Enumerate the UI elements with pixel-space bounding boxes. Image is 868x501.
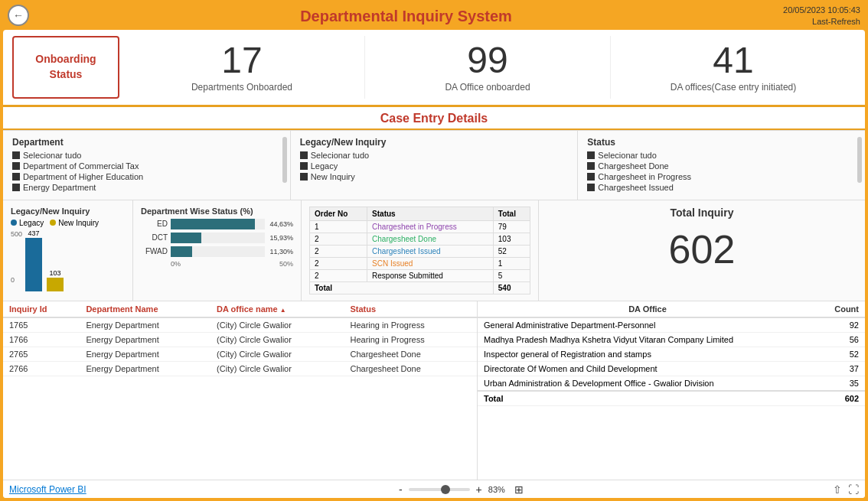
dept-bar-dct-pct: 15,93% xyxy=(269,234,293,242)
da-total-label: Total xyxy=(478,391,817,406)
status-row-order-2: 2 xyxy=(310,245,367,257)
legacy-chart-legend: Legacy New Inquiry xyxy=(11,219,125,227)
powerbi-link[interactable]: Microsoft Power BI xyxy=(9,484,86,495)
dept-checkbox-1[interactable] xyxy=(12,162,20,170)
dept-filter-item-2[interactable]: Department of Higher Education xyxy=(12,172,281,181)
legacy-chart-title: Legacy/New Inquiry xyxy=(11,207,125,216)
department-filter-panel: Department Selecionar tudo Department of… xyxy=(3,131,291,200)
datetime-text: 20/05/2023 10:05:43 xyxy=(783,5,860,16)
da-office-name-2: Inspector general of Registration and st… xyxy=(478,346,817,361)
total-inquiry-title: Total Inquiry xyxy=(545,207,859,219)
legend-new-inquiry: New Inquiry xyxy=(50,219,99,227)
legacy-bar xyxy=(25,238,42,291)
new-inquiry-bar-value: 103 xyxy=(50,269,61,277)
zoom-thumb[interactable] xyxy=(441,485,450,494)
dept-checkbox-2[interactable] xyxy=(12,173,20,181)
status-checkbox-0[interactable] xyxy=(587,151,595,159)
legacy-inquiry-chart: Legacy/New Inquiry Legacy New Inquiry 50… xyxy=(3,200,133,301)
da-row-0: General Administrative Department-Person… xyxy=(478,317,865,333)
da-count-3: 37 xyxy=(817,361,865,376)
legacy-checkbox-0[interactable] xyxy=(300,151,308,159)
fit-icon[interactable]: ⊞ xyxy=(514,483,524,496)
status-row-status-1: Chargesheet Done xyxy=(367,233,494,245)
dept-bar-dct-container xyxy=(171,233,265,243)
inquiry-header-da: DA office name ▲ xyxy=(210,301,344,317)
legacy-filter-title: Legacy/New Inquiry xyxy=(300,137,569,148)
stat-label-17: Departments Onboarded xyxy=(135,82,349,93)
da-total-value: 602 xyxy=(817,391,865,406)
inquiry-id-2: 2765 xyxy=(3,346,80,361)
last-refresh-text: Last-Refresh xyxy=(783,16,860,28)
legend-legacy-dot xyxy=(11,220,17,226)
dept-bar-ed-container xyxy=(171,219,265,229)
zoom-minus-button[interactable]: - xyxy=(396,483,406,496)
status-table-row-2: 2 Chargesheet Issued 52 xyxy=(310,245,530,257)
inquiry-dept-3: Energy Department xyxy=(80,361,210,376)
status-row-total-3: 1 xyxy=(493,257,530,269)
legacy-filter-panel: Legacy/New Inquiry Selecionar tudo Legac… xyxy=(291,131,579,200)
status-filter-item-3[interactable]: Chargesheet Issued xyxy=(587,183,856,192)
legacy-checkbox-2[interactable] xyxy=(300,173,308,181)
legacy-bar-group: 437 xyxy=(25,229,42,291)
total-inquiry-panel: Total Inquiry 602 xyxy=(539,200,865,301)
inquiry-dept-1: Energy Department xyxy=(80,332,210,346)
legacy-chart-area: 500 0 437 103 xyxy=(11,230,125,291)
status-table-panel: Order No Status Total 1 Chargesheet in P… xyxy=(302,200,539,301)
status-filter-item-2[interactable]: Chargesheet in Progress xyxy=(587,172,856,181)
dept-scrollbar[interactable] xyxy=(282,137,287,183)
inquiry-row-2: 2765 Energy Department (City) Circle Gwa… xyxy=(3,346,477,361)
inquiry-header-id: Inquiry Id xyxy=(3,301,80,317)
department-filter-title: Department xyxy=(12,137,281,148)
legacy-bar-value: 437 xyxy=(28,229,40,237)
status-scrollbar[interactable] xyxy=(857,137,862,183)
inquiry-row-3: 2766 Energy Department (City) Circle Gwa… xyxy=(3,361,477,376)
status-row-order-1: 2 xyxy=(310,233,367,245)
back-button[interactable]: ← xyxy=(8,5,29,26)
bars-container: 437 103 xyxy=(25,230,64,291)
dept-bar-ed-pct: 44,63% xyxy=(269,220,293,228)
data-section: Inquiry Id Department Name DA office nam… xyxy=(3,301,865,480)
legend-legacy-label: Legacy xyxy=(19,219,44,227)
status-filter-item-1[interactable]: Chargesheet Done xyxy=(587,161,856,171)
da-office-name-4: Urban Administration & Development Offic… xyxy=(478,376,817,391)
stat-da-case-entry: 41 DA offices(Case entry initiated) xyxy=(611,36,856,99)
status-filter-title: Status xyxy=(587,137,856,148)
status-checkbox-3[interactable] xyxy=(587,184,595,191)
case-entry-title: Case Entry Details xyxy=(3,107,865,129)
status-checkbox-2[interactable] xyxy=(587,173,595,181)
status-filter-item-0[interactable]: Selecionar tudo xyxy=(587,151,856,160)
dept-bar-ed-label: ED xyxy=(141,220,168,228)
legacy-filter-item-0[interactable]: Selecionar tudo xyxy=(300,151,569,160)
dept-checkbox-3[interactable] xyxy=(12,184,20,191)
zoom-plus-button[interactable]: + xyxy=(473,483,485,496)
dept-bar-dct-label: DCT xyxy=(141,233,168,242)
dept-filter-item-3[interactable]: Energy Department xyxy=(12,183,281,192)
inquiry-dept-0: Energy Department xyxy=(80,317,210,333)
inquiry-row-1: 1766 Energy Department (City) Circle Gwa… xyxy=(3,332,477,346)
axis-0pct: 0% xyxy=(171,260,181,268)
stat-label-99: DA Office onboarded xyxy=(380,82,595,93)
y-label-500: 500 xyxy=(11,230,22,238)
status-table-total-row: Total 540 xyxy=(310,281,530,294)
zoom-control: - + 83% ⊞ xyxy=(396,483,524,496)
legacy-checkbox-1[interactable] xyxy=(300,162,308,170)
legacy-filter-item-2[interactable]: New Inquiry xyxy=(300,172,569,181)
inquiry-da-2: (City) Circle Gwalior xyxy=(210,346,344,361)
share-icon[interactable]: ⇧ xyxy=(833,483,842,496)
dept-chart-axis: 0% 50% xyxy=(141,260,293,268)
dept-filter-item-0[interactable]: Selecionar tudo xyxy=(12,151,281,160)
zoom-slider[interactable] xyxy=(409,488,470,491)
dept-checkbox-0[interactable] xyxy=(12,151,20,159)
legacy-filter-item-1[interactable]: Legacy xyxy=(300,161,569,171)
sort-arrow-da[interactable]: ▲ xyxy=(280,307,286,314)
status-row-status-2: Chargesheet Issued xyxy=(367,245,494,257)
datetime-panel: 20/05/2023 10:05:43 Last-Refresh xyxy=(783,5,860,28)
status-checkbox-1[interactable] xyxy=(587,162,595,170)
fullscreen-icon[interactable]: ⛶ xyxy=(848,483,859,496)
inquiry-status-2: Chargesheet Done xyxy=(344,346,477,361)
content-area: Onboarding Status 17 Departments Onboard… xyxy=(3,30,865,498)
dept-wise-status-chart: Department Wise Status (%) ED 44,63% DCT xyxy=(133,200,302,301)
onboarding-label: Onboarding Status xyxy=(35,52,96,82)
dept-filter-item-1[interactable]: Department of Commercial Tax xyxy=(12,161,281,171)
da-header-count: Count xyxy=(817,301,865,317)
